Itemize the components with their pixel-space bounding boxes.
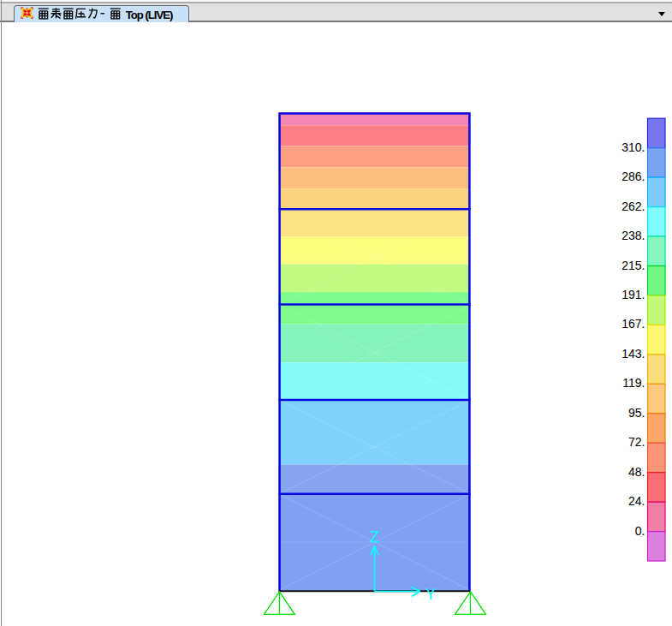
- svg-text:262.: 262.: [621, 200, 645, 213]
- svg-text:0.: 0.: [635, 524, 645, 538]
- svg-text:215.: 215.: [621, 259, 645, 272]
- svg-text:Z: Z: [370, 528, 379, 546]
- svg-text:286.: 286.: [621, 170, 645, 183]
- svg-text:24.: 24.: [628, 494, 645, 508]
- svg-text:191.: 191.: [621, 288, 645, 301]
- svg-text:72.: 72.: [628, 435, 645, 449]
- svg-text:Top (LIVE): Top (LIVE): [125, 8, 172, 21]
- svg-text:48.: 48.: [628, 465, 645, 479]
- svg-text:310.: 310.: [621, 140, 645, 154]
- svg-text:238.: 238.: [621, 229, 645, 242]
- svg-text:143.: 143.: [621, 347, 645, 361]
- svg-text:95.: 95.: [628, 406, 645, 420]
- svg-text:167.: 167.: [621, 317, 645, 331]
- svg-text:119.: 119.: [622, 376, 645, 390]
- svg-text:Y: Y: [425, 586, 436, 603]
